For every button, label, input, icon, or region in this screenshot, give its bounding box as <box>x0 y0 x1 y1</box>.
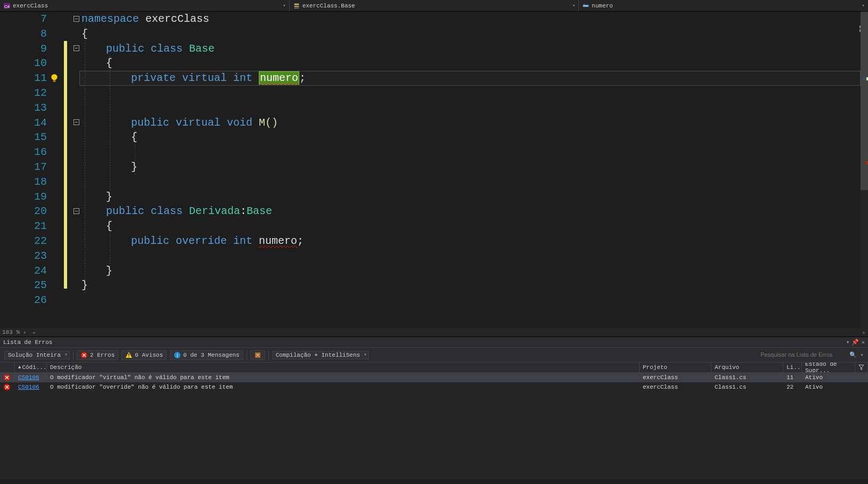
col-file[interactable]: Arquivo <box>711 363 783 372</box>
info-icon: i <box>174 351 181 359</box>
error-code-link[interactable]: CS0106 <box>18 374 39 381</box>
col-desc[interactable]: Descrição <box>47 363 640 372</box>
context-class-text: exercClass.Base <box>302 3 355 9</box>
clear-icon <box>254 351 261 359</box>
gutter: 7 8 9 10 11 12 13 14 15 16 17 18 19 20 2… <box>0 12 61 328</box>
error-line: 11 <box>783 374 802 381</box>
col-proj[interactable]: Projeto <box>640 363 711 372</box>
code-area[interactable]: namespace exercClass { public class Base… <box>61 12 868 328</box>
error-list-title: Lista de Erros <box>3 339 52 346</box>
scroll-left-icon[interactable]: ◂ <box>32 329 36 336</box>
scroll-right-icon[interactable]: ▸ <box>862 329 866 336</box>
clear-filter-button[interactable] <box>250 350 265 360</box>
line-number: 7 <box>0 12 47 27</box>
divider <box>73 350 73 360</box>
error-list-toolbar: Solução Inteira 2 Erros 0 Avisos i 0 de … <box>0 347 868 362</box>
build-intellisense-combo[interactable]: Compilação + IntelliSens <box>272 351 369 359</box>
line-number: 19 <box>0 190 47 204</box>
chevron-down-icon: ▾ <box>862 3 865 9</box>
error-state: Ativo <box>802 374 855 381</box>
error-icon <box>3 383 11 391</box>
svg-rect-3 <box>584 3 585 4</box>
svg-rect-9 <box>129 354 129 356</box>
error-grid-header: ▲Códi... Descrição Projeto Arquivo Li...… <box>0 362 868 373</box>
line-number: 26 <box>0 293 47 308</box>
error-file: Class1.cs <box>711 374 783 381</box>
messages-filter[interactable]: i 0 de 3 Mensagens <box>170 350 243 360</box>
pin-icon[interactable]: 📌 <box>851 339 859 346</box>
error-row[interactable]: CS0106 O modificador "override" não é vá… <box>0 382 868 392</box>
chevron-down-icon: ▾ <box>572 3 575 9</box>
selected-identifier[interactable]: numero <box>259 71 299 85</box>
line-number: 24 <box>0 264 47 278</box>
close-icon[interactable]: ✕ <box>861 339 865 346</box>
filter-icon <box>858 364 864 371</box>
context-member[interactable]: numero ▾ <box>579 0 868 11</box>
code-editor[interactable]: 7 8 9 10 11 12 13 14 15 16 17 18 19 20 2… <box>0 12 868 328</box>
class-icon <box>293 2 300 10</box>
line-number: 10 <box>0 56 47 71</box>
field-icon <box>582 2 589 10</box>
editor-footer: 183 % ▾ ◂ ▸ <box>0 328 868 337</box>
lightbulb-icon[interactable] <box>50 73 59 83</box>
line-number: 21 <box>0 219 47 234</box>
error-proj: exercClass <box>640 383 711 391</box>
line-number: 18 <box>0 175 47 190</box>
error-search[interactable]: 🔍 ▾ <box>760 351 864 358</box>
divider <box>268 350 269 360</box>
warnings-filter[interactable]: 0 Avisos <box>121 350 167 360</box>
line-number: 8 <box>0 27 47 42</box>
divider <box>247 350 247 360</box>
line-number: 25 <box>0 278 47 293</box>
error-code-link[interactable]: CS0106 <box>18 384 39 390</box>
context-scope[interactable]: C# exercClass ▾ <box>0 0 290 11</box>
error-search-input[interactable] <box>760 351 846 358</box>
errors-filter[interactable]: 2 Erros <box>77 350 118 360</box>
panel-menu-icon[interactable]: ▾ <box>846 339 850 346</box>
error-icon <box>80 351 88 359</box>
context-scope-text: exercClass <box>13 3 48 9</box>
line-number: 22 <box>0 234 47 249</box>
error-file: Class1.cs <box>711 383 783 391</box>
line-number: 17 <box>0 160 47 175</box>
svg-point-4 <box>51 74 57 80</box>
col-state[interactable]: Estado de Supr... <box>802 363 855 372</box>
col-code[interactable]: ▲Códi... <box>15 363 47 372</box>
error-state: Ativo <box>802 383 855 391</box>
col-filter-icon[interactable] <box>855 363 868 372</box>
col-icon[interactable] <box>0 363 15 372</box>
svg-rect-2 <box>583 5 589 7</box>
overview-selection-mark <box>863 77 866 80</box>
svg-rect-5 <box>53 80 56 81</box>
line-number: 15 <box>0 130 47 145</box>
line-number: 14 <box>0 116 47 130</box>
line-number: 11 <box>0 71 47 86</box>
vertical-scrollbar[interactable] <box>861 12 868 328</box>
context-bar: C# exercClass ▾ exercClass.Base ▾ numero… <box>0 0 868 12</box>
context-member-text: numero <box>592 3 613 9</box>
zoom-chevron-icon[interactable]: ▾ <box>23 329 27 336</box>
line-number: 9 <box>0 42 47 56</box>
line-number: 20 <box>0 204 47 219</box>
search-icon: 🔍 ▾ <box>849 352 864 358</box>
line-number: 23 <box>0 249 47 264</box>
csharp-project-icon: C# <box>3 2 11 10</box>
error-line: 22 <box>783 383 802 391</box>
error-proj: exercClass <box>640 374 711 381</box>
svg-rect-10 <box>129 356 129 357</box>
context-class[interactable]: exercClass.Base ▾ <box>290 0 579 11</box>
warning-icon <box>125 351 133 359</box>
svg-text:C#: C# <box>4 4 10 9</box>
error-desc: O modificador "virtual" não é válido par… <box>47 374 640 381</box>
error-row[interactable]: CS0106 O modificador "virtual" não é vál… <box>0 373 868 382</box>
error-icon <box>3 374 11 381</box>
scope-combo[interactable]: Solução Inteira <box>4 351 70 359</box>
line-number: 12 <box>0 86 47 101</box>
error-grid-body: CS0106 O modificador "virtual" não é vál… <box>0 373 868 479</box>
svg-text:i: i <box>177 352 178 358</box>
zoom-level[interactable]: 183 % <box>2 329 20 335</box>
chevron-down-icon: ▾ <box>283 3 285 9</box>
col-line[interactable]: Li... <box>783 363 802 372</box>
error-list-title-bar: Lista de Erros ▾ 📌 ✕ <box>0 337 868 347</box>
line-number: 13 <box>0 101 47 116</box>
